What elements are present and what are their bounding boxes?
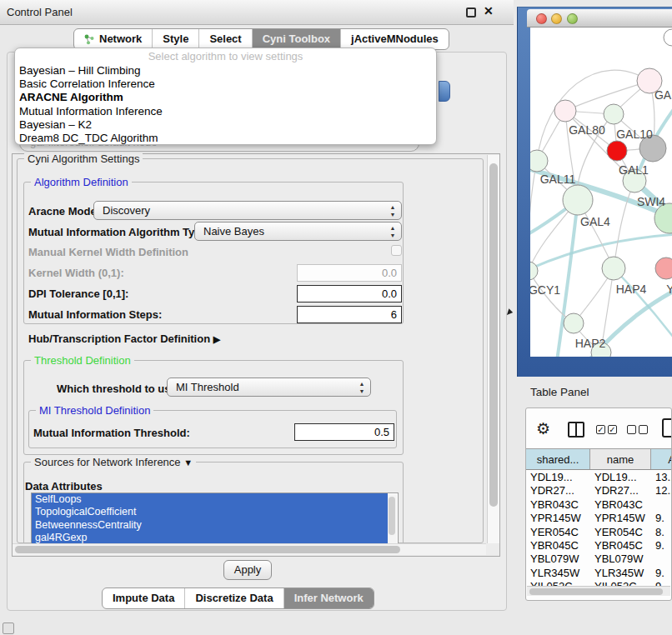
table-body: YDL19...YDL19...13...YDR27...YDR27...12.…: [526, 471, 672, 594]
network-node-gal80[interactable]: [554, 100, 576, 122]
table-cell: YBL079W: [526, 552, 590, 566]
table-panel-title: Table Panel: [530, 386, 589, 398]
attribute-list-scrollbar[interactable]: [388, 494, 397, 544]
mi-steps-field[interactable]: 6: [297, 306, 402, 323]
table-column-header[interactable]: A: [651, 449, 672, 469]
table-row[interactable]: YBL079WYBL079W: [526, 552, 672, 566]
which-threshold-select[interactable]: MI Threshold ▲▼: [167, 378, 371, 397]
split-columns-icon[interactable]: [568, 422, 584, 438]
network-icon: [84, 34, 95, 45]
algorithm-option[interactable]: Bayesian – Hill Climbing: [15, 64, 436, 78]
network-edge[interactable]: [530, 161, 537, 271]
table-row[interactable]: YLR345WYLR345W9.: [526, 567, 672, 580]
tab-jactivemnodules[interactable]: jActiveMNodules: [341, 29, 449, 49]
hidden-combo-stepper-fragment: [439, 81, 450, 102]
network-edge[interactable]: [537, 70, 649, 161]
algorithm-dropdown-placeholder: Select algorithm to view settings: [15, 50, 436, 64]
table-cell: YLR345W: [526, 567, 590, 580]
cyni-bottom-tabbar: Impute DataDiscretize DataInfer Network: [102, 588, 374, 609]
tab-style[interactable]: Style: [153, 29, 199, 49]
hub-definition-toggle[interactable]: Hub/Transcription Factor Definition ▶: [28, 332, 220, 345]
minimized-panel-icon[interactable]: [3, 622, 14, 634]
table-column-header[interactable]: shared...: [526, 449, 590, 469]
table-cell: YDL19...: [590, 471, 651, 484]
table-cell: YBR043C: [526, 498, 590, 512]
table-cell: YBR045C: [526, 539, 590, 552]
sources-group-title[interactable]: Sources for Network Inference ▼: [31, 456, 196, 468]
table-horizontal-scrollbar[interactable]: [527, 586, 670, 596]
tab-cyni-toolbox[interactable]: Cyni Toolbox: [253, 29, 341, 49]
table-cell: YPR145W: [590, 512, 651, 525]
algorithm-option[interactable]: Bayesian – K2: [15, 118, 436, 132]
kernel-width-label: Kernel Width (0,1):: [28, 267, 124, 279]
table-cell: YBR045C: [590, 539, 651, 552]
network-node-hap4[interactable]: [602, 257, 625, 280]
data-attribute-item[interactable]: gal4RGexp: [32, 532, 388, 544]
network-window-titlebar[interactable]: [527, 9, 672, 28]
algorithm-option[interactable]: ARACNE Algorithm: [15, 91, 436, 104]
data-attribute-item[interactable]: TopologicalCoefficient: [32, 506, 388, 518]
minimize-traffic-light-icon[interactable]: [551, 13, 562, 24]
stepper-icon[interactable]: ▲▼: [389, 224, 397, 239]
network-node-gal4[interactable]: [563, 185, 593, 215]
show-columns-icon[interactable]: ✓ ✓: [596, 425, 617, 434]
algorithm-option[interactable]: Basic Correlation Inference: [15, 78, 436, 91]
data-attribute-item[interactable]: BetweennessCentrality: [32, 519, 388, 532]
gear-icon[interactable]: ⚙: [536, 419, 550, 438]
network-node-gcy1[interactable]: [530, 262, 538, 280]
close-icon[interactable]: ✕: [484, 4, 494, 18]
table-row[interactable]: YER054CYER054C8.: [526, 526, 672, 539]
tab-select[interactable]: Select: [199, 29, 252, 49]
network-node-label: GAL80: [569, 123, 605, 137]
table-cell: 12...: [651, 484, 672, 498]
unchecked-box-icon: [639, 425, 648, 434]
new-table-icon[interactable]: [662, 418, 672, 438]
network-edge-highlighted[interactable]: [530, 234, 672, 271]
stepper-icon[interactable]: ▲▼: [358, 380, 366, 395]
network-node-y[interactable]: [655, 258, 672, 279]
float-window-icon[interactable]: [466, 8, 476, 18]
zoom-traffic-light-icon[interactable]: [567, 13, 578, 24]
apply-button[interactable]: Apply: [223, 560, 272, 580]
manual-kernel-checkbox[interactable]: [391, 245, 402, 256]
network-view-window: GALGAL80GAL10GAL1GAL11SWI4GAL4GCY1HAP4YH…: [517, 7, 672, 377]
settings-horizontal-scrollbar[interactable]: [13, 543, 486, 555]
network-node-hap2[interactable]: [564, 313, 584, 333]
kernel-width-field[interactable]: 0.0: [297, 264, 402, 282]
network-node-gal1[interactable]: [607, 141, 627, 161]
mi-type-select[interactable]: Naive Bayes ▲▼: [194, 222, 402, 241]
desktop: Control Panel ✕ NetworkStyleSelectCyni T…: [0, 0, 672, 635]
tab-discretize-data[interactable]: Discretize Data: [185, 588, 283, 608]
dpi-tolerance-field[interactable]: 0.0: [297, 285, 402, 302]
data-attribute-item[interactable]: SelfLoops: [32, 493, 388, 506]
stepper-icon[interactable]: ▲▼: [389, 203, 397, 218]
tab-impute-data[interactable]: Impute Data: [103, 588, 185, 608]
table-cell: 13...: [651, 471, 672, 484]
algorithm-option[interactable]: Dream8 DC_TDC Algorithm: [15, 132, 436, 145]
network-node-label: SWI4: [637, 195, 665, 208]
tab-network[interactable]: Network: [74, 29, 153, 49]
network-node-label: Y: [666, 282, 672, 296]
table-row[interactable]: YDR27...YDR27...12...: [526, 484, 672, 498]
network-node[interactable]: [664, 29, 672, 46]
table-row[interactable]: YDL19...YDL19...13...: [526, 471, 672, 484]
network-node-gal10[interactable]: [604, 104, 624, 124]
table-row[interactable]: YBR045CYBR045C9.: [526, 539, 672, 552]
tab-infer-network[interactable]: Infer Network: [284, 588, 374, 608]
mi-threshold-field[interactable]: 0.5: [294, 423, 394, 441]
aracne-mode-select[interactable]: Discovery ▲▼: [93, 201, 402, 220]
tab-label: Discretize Data: [195, 588, 273, 608]
control-panel-window: Control Panel ✕ NetworkStyleSelectCyni T…: [0, 0, 514, 611]
table-cell: YLR345W: [590, 567, 651, 580]
table-row[interactable]: YBR043CYBR043C: [526, 498, 672, 512]
table-column-header[interactable]: name: [590, 449, 651, 469]
data-attributes-list[interactable]: SelfLoopsTopologicalCoefficientBetweenne…: [31, 492, 399, 544]
network-node-gal11[interactable]: [530, 150, 548, 172]
algorithm-option[interactable]: Mutual Information Inference: [15, 105, 436, 118]
hide-columns-icon[interactable]: [627, 425, 648, 434]
mi-type-value: Naive Bayes: [203, 225, 264, 238]
table-row[interactable]: YPR145WYPR145W9.: [526, 512, 672, 525]
network-canvas[interactable]: GALGAL80GAL10GAL1GAL11SWI4GAL4GCY1HAP4YH…: [530, 28, 672, 357]
close-traffic-light-icon[interactable]: [536, 13, 547, 24]
settings-vertical-scrollbar[interactable]: [487, 155, 499, 543]
